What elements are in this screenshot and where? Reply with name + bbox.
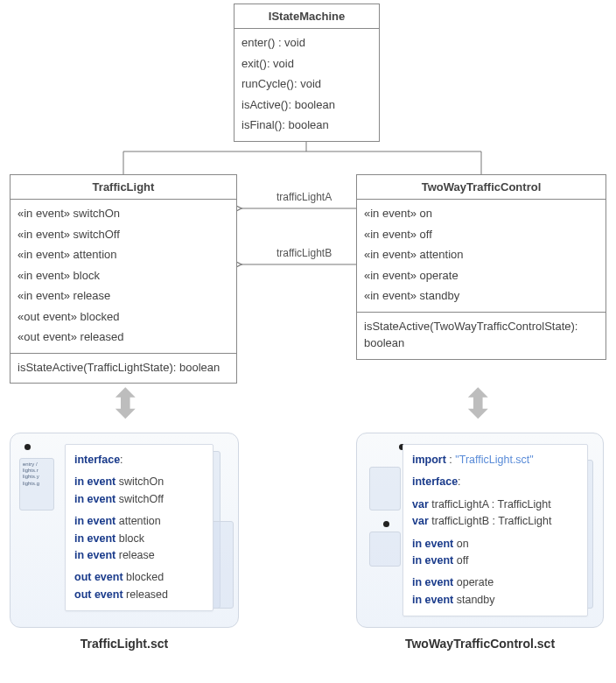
code-block: import : "TrafficLight.sct" interface: v… [402,444,588,616]
uml-event: «in event» switchOn [18,203,229,224]
uml-class-title: IStateMachine [234,4,379,29]
uml-method: exit(): void [242,53,372,74]
editor-panel-trafficlight: entry /lights.rlights.ylights.g interfac… [10,433,239,628]
code-line: in event switchOff [74,491,204,508]
code-line: var trafficLightB : TrafficLight [412,513,578,530]
editor-panel-twoway: import : "TrafficLight.sct" interface: v… [356,433,604,628]
state-initial-dot-icon [383,521,389,527]
uml-class-twoway: TwoWayTrafficControl «in event» on «in e… [356,174,606,360]
uml-event: «in event» attention [18,244,229,265]
uml-event: «in event» standby [364,285,598,306]
double-arrow-icon: ⬍ [108,384,143,424]
state-thumb: entry /lights.rlights.ylights.g [19,458,54,510]
uml-class-title: TrafficLight [10,175,236,200]
uml-event: «in event» off [364,224,598,245]
code-line: out event blocked [74,569,204,586]
state-thumb [369,467,401,510]
code-block: interface: in event switchOn in event sw… [65,444,214,611]
code-line: in event switchOn [74,474,204,490]
uml-event: «in event» on [364,203,598,224]
code-line: in event attention [74,513,204,530]
uml-method: runCycle(): void [242,74,372,95]
uml-event: «in event» release [18,285,229,306]
uml-class-istatemachine: IStateMachine enter() : void exit(): voi… [234,4,380,142]
code-line: var trafficLightA : TrafficLight [412,496,578,513]
uml-method: enter() : void [242,32,372,53]
panel-caption: TrafficLight.sct [10,637,239,651]
uml-method: isActive(): boolean [242,95,372,116]
uml-class-title: TwoWayTrafficControl [357,175,606,200]
uml-event: «in event» block [18,265,229,286]
uml-method: isStateActive(TwoWayTrafficControlState)… [364,316,598,354]
code-line: in event block [74,531,204,547]
code-line: interface: [412,474,578,490]
uml-methods: enter() : void exit(): void runCycle(): … [234,29,379,141]
uml-event: «out event» released [18,327,229,348]
code-line: out event released [74,587,204,603]
code-line: interface: [74,452,204,468]
panel-caption: TwoWayTrafficControl.sct [356,637,604,651]
uml-class-trafficlight: TrafficLight «in event» switchOn «in eve… [10,174,237,384]
code-line: in event release [74,547,204,564]
uml-event: «in event» switchOff [18,224,229,245]
uml-event: «in event» operate [364,265,598,286]
uml-event: «out event» blocked [18,306,229,327]
uml-methods: isStateActive(TwoWayTrafficControlState)… [357,313,606,359]
uml-events: «in event» switchOn «in event» switchOff… [10,200,236,354]
uml-events: «in event» on «in event» off «in event» … [357,200,606,313]
code-line: in event standby [412,592,578,609]
assoc-label-a: trafficLightA [276,191,332,203]
state-initial-dot-icon [24,444,31,450]
code-line: in event operate [412,574,578,591]
uml-method: isFinal(): boolean [242,115,372,136]
code-line: in event off [412,553,578,569]
code-line: in event on [412,536,578,553]
double-arrow-icon: ⬍ [461,384,495,424]
state-thumb [369,532,401,567]
uml-methods: isStateActive(TrafficLightState): boolea… [10,354,236,384]
uml-method: isStateActive(TrafficLightState): boolea… [18,357,229,378]
assoc-label-b: trafficLightB [276,247,332,259]
uml-event: «in event» attention [364,244,598,265]
code-line: import : "TrafficLight.sct" [412,452,578,468]
